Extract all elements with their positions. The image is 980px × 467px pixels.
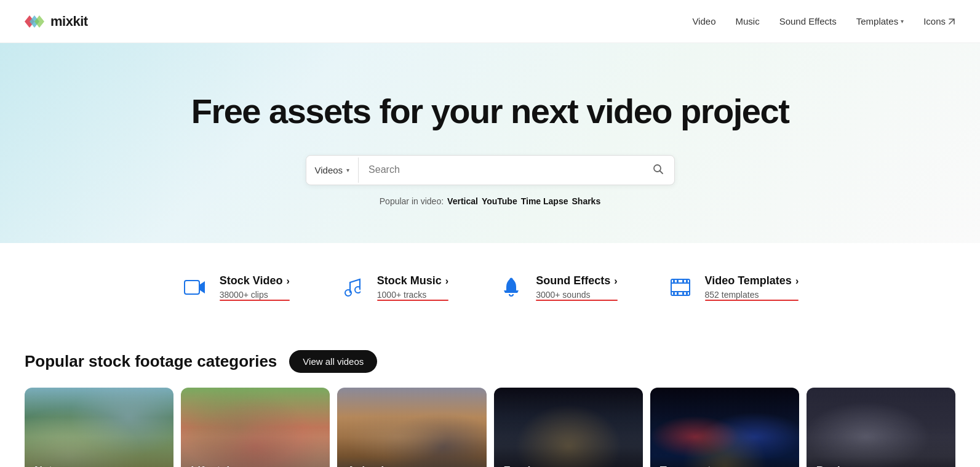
svg-rect-1 bbox=[185, 281, 199, 294]
category-overlay-animals bbox=[337, 388, 486, 467]
search-type-dropdown[interactable]: Videos ▾ bbox=[306, 158, 359, 183]
categories-title: Popular stock footage categories bbox=[25, 352, 277, 371]
categories-section: Popular stock footage categories View al… bbox=[0, 332, 980, 467]
category-label-lifestyle: Lifestyle bbox=[191, 465, 236, 467]
stat-icon-wrap-sound bbox=[498, 274, 525, 301]
logo[interactable]: mixkit bbox=[25, 13, 88, 30]
category-label-animals: Animals bbox=[347, 465, 390, 467]
svg-point-4 bbox=[510, 277, 513, 281]
search-dropdown-label: Videos bbox=[315, 165, 343, 175]
navbar: mixkit Video Music Sound Effects Templat… bbox=[0, 0, 980, 43]
category-card-animals[interactable]: Animals bbox=[337, 388, 486, 467]
video-icon bbox=[184, 279, 206, 296]
stat-count-video: 38000+ clips bbox=[220, 290, 290, 300]
search-icon bbox=[652, 163, 664, 175]
stat-text-sound: Sound Effects › 3000+ sounds bbox=[536, 274, 617, 300]
stat-text-templates: Video Templates › 852 templates bbox=[705, 274, 799, 300]
stat-video-templates[interactable]: Video Templates › 852 templates bbox=[667, 274, 799, 301]
search-input[interactable] bbox=[359, 157, 642, 183]
stat-count-music: 1000+ tracks bbox=[377, 290, 448, 300]
nav-video[interactable]: Video bbox=[692, 16, 715, 26]
svg-rect-15 bbox=[686, 292, 688, 295]
category-overlay-food bbox=[494, 388, 643, 467]
category-overlay-transport bbox=[650, 388, 799, 467]
svg-rect-9 bbox=[673, 292, 675, 295]
popular-tag-timelapse[interactable]: Time Lapse bbox=[521, 196, 568, 206]
category-grid: Nature Lifestyle Animals Food Transport … bbox=[25, 388, 955, 467]
nav-music[interactable]: Music bbox=[735, 16, 759, 26]
stat-title-video: Stock Video › bbox=[220, 274, 290, 287]
nav-templates[interactable]: Templates ▾ bbox=[856, 16, 904, 26]
music-icon bbox=[345, 277, 361, 297]
hero-section: Free assets for your next video project … bbox=[0, 43, 980, 243]
stat-count-templates: 852 templates bbox=[705, 290, 799, 300]
stat-arrow-music: › bbox=[445, 276, 448, 287]
bell-icon bbox=[503, 277, 520, 298]
svg-rect-11 bbox=[677, 292, 679, 295]
stat-title-music: Stock Music › bbox=[377, 274, 448, 287]
stat-title-templates: Video Templates › bbox=[705, 274, 799, 287]
logo-icon bbox=[25, 13, 46, 30]
stat-title-sound: Sound Effects › bbox=[536, 274, 617, 287]
popular-tag-youtube[interactable]: YouTube bbox=[482, 196, 517, 206]
category-label-food: Food bbox=[504, 465, 531, 467]
svg-rect-7 bbox=[671, 291, 690, 292]
popular-tags: Popular in video: Vertical YouTube Time … bbox=[25, 196, 955, 206]
nav-sound-effects[interactable]: Sound Effects bbox=[779, 16, 837, 26]
category-label-nature: Nature bbox=[34, 465, 70, 467]
stat-arrow-sound: › bbox=[614, 276, 617, 287]
hero-title: Free assets for your next video project bbox=[25, 92, 955, 130]
popular-tag-sharks[interactable]: Sharks bbox=[572, 196, 601, 206]
stat-arrow-templates: › bbox=[795, 276, 799, 287]
stat-arrow-video: › bbox=[286, 276, 289, 287]
logo-text: mixkit bbox=[50, 14, 88, 30]
category-overlay-nature bbox=[25, 388, 173, 467]
svg-rect-13 bbox=[682, 292, 684, 295]
category-card-transport[interactable]: Transport bbox=[650, 388, 799, 467]
category-overlay-lifestyle bbox=[181, 388, 330, 467]
svg-rect-12 bbox=[682, 280, 684, 282]
popular-tag-vertical[interactable]: Vertical bbox=[447, 196, 478, 206]
svg-point-2 bbox=[345, 290, 351, 296]
stat-text-music: Stock Music › 1000+ tracks bbox=[377, 274, 448, 300]
templates-dropdown-arrow: ▾ bbox=[901, 18, 904, 25]
category-label-transport: Transport bbox=[660, 465, 711, 467]
external-link-icon bbox=[948, 18, 955, 25]
film-icon bbox=[671, 279, 690, 296]
svg-rect-6 bbox=[671, 282, 690, 284]
nav-icons[interactable]: Icons bbox=[923, 16, 955, 26]
search-bar: Videos ▾ bbox=[306, 155, 675, 185]
search-button[interactable] bbox=[642, 156, 674, 185]
category-card-business[interactable]: Business bbox=[807, 388, 955, 467]
category-card-lifestyle[interactable]: Lifestyle bbox=[181, 388, 330, 467]
search-dropdown-arrow: ▾ bbox=[346, 167, 349, 174]
svg-rect-14 bbox=[686, 280, 688, 282]
stat-icon-wrap-templates bbox=[667, 274, 694, 301]
stat-icon-wrap-music bbox=[339, 274, 366, 301]
stat-text-video: Stock Video › 38000+ clips bbox=[220, 274, 290, 300]
category-label-business: Business bbox=[816, 465, 866, 467]
svg-rect-8 bbox=[673, 280, 675, 282]
category-card-food[interactable]: Food bbox=[494, 388, 643, 467]
nav-links: Video Music Sound Effects Templates ▾ Ic… bbox=[692, 16, 955, 26]
stat-icon-wrap-video bbox=[181, 274, 209, 301]
stat-sound-effects[interactable]: Sound Effects › 3000+ sounds bbox=[498, 274, 617, 301]
stat-stock-video[interactable]: Stock Video › 38000+ clips bbox=[181, 274, 290, 301]
categories-header: Popular stock footage categories View al… bbox=[25, 350, 955, 373]
category-card-nature[interactable]: Nature bbox=[25, 388, 173, 467]
view-all-button[interactable]: View all videos bbox=[289, 350, 377, 373]
stat-count-sound: 3000+ sounds bbox=[536, 290, 617, 300]
svg-rect-10 bbox=[677, 280, 679, 282]
category-overlay-business bbox=[807, 388, 955, 467]
stats-section: Stock Video › 38000+ clips Stock Music ›… bbox=[0, 243, 980, 332]
popular-label: Popular in video: bbox=[380, 196, 444, 206]
stat-stock-music[interactable]: Stock Music › 1000+ tracks bbox=[339, 274, 448, 301]
